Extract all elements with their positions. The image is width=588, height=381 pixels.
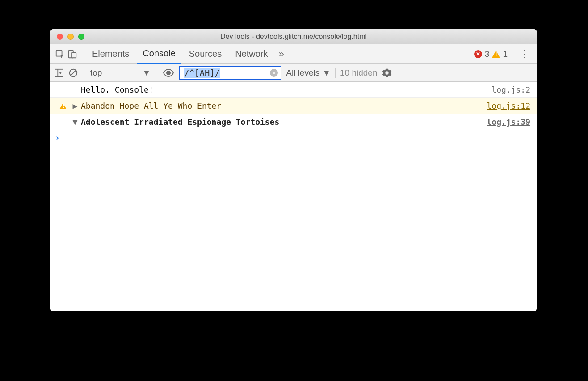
log-source-link[interactable]: log.js:39	[487, 117, 530, 127]
collapse-disclosure-icon[interactable]: ▼	[71, 117, 79, 127]
console-warning-row: ▶ Abandon Hope All Ye Who Enter log.js:1…	[50, 98, 537, 114]
log-message: Adolescent Irradiated Espionage Tortoise…	[79, 117, 487, 127]
filter-text-field[interactable]	[223, 68, 266, 78]
divider	[82, 48, 82, 60]
console-settings-gear-icon[interactable]	[382, 68, 392, 78]
console-output: Hello, Console! log.js:2 ▶ Abandon Hope …	[50, 82, 537, 311]
warning-icon	[59, 103, 66, 109]
minimize-window-button[interactable]	[67, 34, 74, 40]
levels-label: All levels	[286, 68, 319, 78]
hidden-messages-count[interactable]: 10 hidden	[340, 68, 377, 78]
status-counts[interactable]: 3 1	[474, 49, 508, 59]
divider	[83, 68, 83, 78]
clear-filter-icon[interactable]: ✕	[270, 69, 278, 77]
maximize-window-button[interactable]	[78, 34, 84, 40]
log-source-link[interactable]: log.js:12	[487, 101, 530, 110]
devtools-window: DevTools - devtools.glitch.me/console/lo…	[50, 29, 537, 311]
window-title: DevTools - devtools.glitch.me/console/lo…	[50, 33, 537, 41]
log-level-selector[interactable]: All levels ▼	[286, 68, 331, 78]
error-count: 3	[485, 49, 490, 59]
filter-text-selected: /^[AH]/	[184, 68, 220, 78]
clear-console-icon[interactable]	[68, 68, 78, 78]
warning-count: 1	[503, 49, 508, 59]
divider	[158, 68, 158, 78]
device-toolbar-icon[interactable]	[67, 49, 77, 59]
window-titlebar: DevTools - devtools.glitch.me/console/lo…	[50, 29, 537, 44]
console-toolbar: top ▼ /^[AH]/ ✕ All levels ▼ 10 hidden	[50, 64, 537, 82]
tab-sources[interactable]: Sources	[184, 44, 227, 64]
devtools-tabbar: Elements Console Sources Network » 3 1 ⋮	[50, 44, 537, 64]
tab-elements[interactable]: Elements	[87, 44, 134, 64]
console-group-row: ▼ Adolescent Irradiated Espionage Tortoi…	[50, 114, 537, 130]
prompt-chevron-icon: ›	[55, 133, 60, 142]
inspect-element-icon[interactable]	[55, 49, 65, 59]
context-label: top	[90, 68, 102, 78]
live-expression-eye-icon[interactable]	[163, 69, 174, 77]
dropdown-triangle-icon: ▼	[142, 68, 151, 78]
close-window-button[interactable]	[57, 34, 63, 40]
console-filter-input[interactable]: /^[AH]/ ✕	[179, 66, 281, 80]
console-log-row: Hello, Console! log.js:2	[50, 82, 537, 98]
dropdown-triangle-icon: ▼	[322, 68, 331, 78]
tab-console[interactable]: Console	[137, 45, 181, 64]
console-sidebar-toggle-icon[interactable]	[54, 68, 64, 77]
expand-disclosure-icon[interactable]: ▶	[71, 101, 79, 110]
log-source-link[interactable]: log.js:2	[491, 85, 530, 94]
warning-badge-icon	[492, 51, 500, 58]
log-message: Hello, Console!	[79, 85, 491, 94]
svg-rect-2	[72, 52, 76, 58]
divider	[335, 68, 336, 78]
settings-menu-icon[interactable]: ⋮	[517, 48, 532, 60]
more-tabs-icon[interactable]: »	[276, 48, 287, 60]
divider	[512, 48, 512, 60]
console-prompt-row[interactable]: ›	[50, 130, 537, 144]
tab-network[interactable]: Network	[230, 44, 273, 64]
svg-point-5	[167, 71, 170, 75]
error-badge-icon	[474, 50, 482, 58]
log-message: Abandon Hope All Ye Who Enter	[79, 101, 487, 110]
traffic-lights	[57, 34, 84, 40]
row-gutter	[55, 102, 71, 110]
execution-context-selector[interactable]: top ▼	[88, 67, 153, 79]
